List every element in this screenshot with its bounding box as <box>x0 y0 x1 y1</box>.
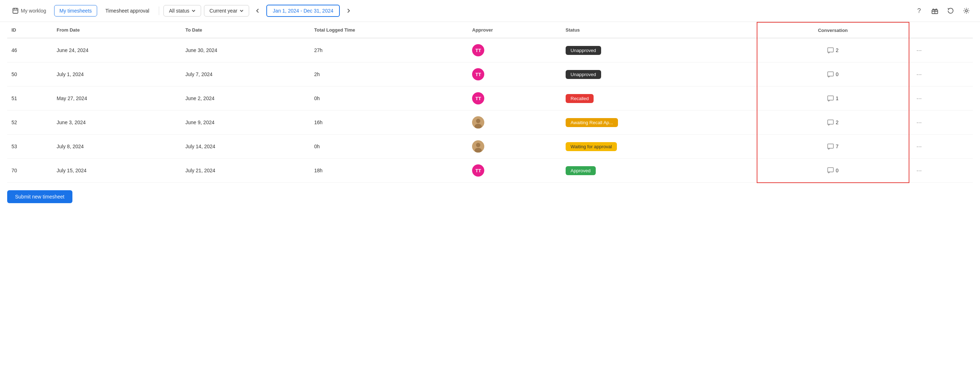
cell-to-date: July 21, 2024 <box>181 159 310 183</box>
refresh-button[interactable] <box>944 4 957 17</box>
timesheets-button[interactable]: My timesheets <box>54 5 97 16</box>
cell-status: Recalled <box>561 86 757 110</box>
cell-to-date: June 30, 2024 <box>181 38 310 62</box>
cell-to-date: June 9, 2024 <box>181 110 310 134</box>
cell-to-date: July 14, 2024 <box>181 134 310 159</box>
more-options-button[interactable]: ··· <box>914 69 925 80</box>
cell-id: 70 <box>7 159 52 183</box>
cell-status: Waiting for approval <box>561 134 757 159</box>
refresh-icon <box>947 7 954 14</box>
cell-conversation[interactable]: 0 <box>757 159 909 183</box>
cell-status: Unapproved <box>561 62 757 86</box>
chevron-down-icon <box>191 9 196 13</box>
cell-from-date: July 1, 2024 <box>52 62 181 86</box>
cell-from-date: July 8, 2024 <box>52 134 181 159</box>
table-row: 46June 24, 2024June 30, 202427hTTUnappro… <box>7 38 973 62</box>
message-icon <box>827 167 834 173</box>
more-options-button[interactable]: ··· <box>914 165 925 176</box>
svg-rect-18 <box>828 144 834 148</box>
status-badge: Approved <box>566 166 596 175</box>
toolbar: My worklog My timesheets Timesheet appro… <box>0 0 980 22</box>
approval-button[interactable]: Timesheet approval <box>100 5 154 16</box>
status-badge: Unapproved <box>566 46 601 55</box>
table-header-row: ID From Date To Date Total Logged Time A… <box>7 22 973 38</box>
avatar <box>472 140 484 153</box>
svg-rect-10 <box>828 96 834 100</box>
help-button[interactable]: ? <box>913 4 926 17</box>
cell-approver <box>468 134 561 159</box>
period-dropdown[interactable]: Current year <box>204 5 249 16</box>
conv-count: 2 <box>836 120 839 125</box>
cell-total-logged: 18h <box>310 159 468 183</box>
cell-id: 53 <box>7 134 52 159</box>
cell-approver <box>468 110 561 134</box>
cell-more-options: ··· <box>909 110 973 134</box>
cell-more-options: ··· <box>909 38 973 62</box>
worklog-button[interactable]: My worklog <box>7 5 51 16</box>
cell-approver: TT <box>468 159 561 183</box>
cell-more-options: ··· <box>909 62 973 86</box>
worklog-icon <box>12 8 19 14</box>
conv-count: 7 <box>836 144 839 149</box>
cell-total-logged: 0h <box>310 134 468 159</box>
cell-status: Approved <box>561 159 757 183</box>
avatar <box>472 116 484 128</box>
table-container: ID From Date To Date Total Logged Time A… <box>0 22 980 183</box>
col-approver: Approver <box>468 22 561 38</box>
message-icon <box>827 144 834 150</box>
cell-total-logged: 27h <box>310 38 468 62</box>
next-button[interactable] <box>343 5 354 16</box>
table-row: 52June 3, 2024June 9, 202416hAwaiting Re… <box>7 110 973 134</box>
col-id: ID <box>7 22 52 38</box>
col-actions <box>909 22 973 38</box>
gear-icon <box>963 7 970 14</box>
avatar: TT <box>472 44 484 56</box>
date-range-display: Jan 1, 2024 - Dec 31, 2024 <box>266 5 340 17</box>
cell-id: 50 <box>7 62 52 86</box>
message-icon <box>827 96 834 102</box>
chevron-right-icon <box>345 8 351 14</box>
col-total-logged: Total Logged Time <box>310 22 468 38</box>
cell-from-date: June 3, 2024 <box>52 110 181 134</box>
cell-to-date: June 2, 2024 <box>181 86 310 110</box>
more-options-button[interactable]: ··· <box>914 45 925 56</box>
avatar: TT <box>472 165 484 177</box>
chevron-left-icon <box>255 8 261 14</box>
submit-timesheet-button[interactable]: Submit new timesheet <box>7 190 72 203</box>
separator-1 <box>159 6 159 15</box>
more-options-button[interactable]: ··· <box>914 93 925 104</box>
cell-total-logged: 2h <box>310 62 468 86</box>
conv-count: 0 <box>836 168 839 173</box>
avatar: TT <box>472 92 484 104</box>
question-icon: ? <box>917 7 921 15</box>
gift-button[interactable] <box>928 4 941 17</box>
svg-rect-9 <box>828 72 834 76</box>
svg-rect-14 <box>828 120 834 124</box>
svg-point-12 <box>476 119 480 123</box>
cell-from-date: July 15, 2024 <box>52 159 181 183</box>
settings-button[interactable] <box>960 4 973 17</box>
prev-button[interactable] <box>252 5 264 16</box>
cell-conversation[interactable]: 2 <box>757 38 909 62</box>
col-to-date: To Date <box>181 22 310 38</box>
cell-status: Unapproved <box>561 38 757 62</box>
status-dropdown[interactable]: All status <box>164 5 201 16</box>
more-options-button[interactable]: ··· <box>914 141 925 152</box>
conv-count: 1 <box>836 96 839 101</box>
cell-conversation[interactable]: 1 <box>757 86 909 110</box>
cell-from-date: May 27, 2024 <box>52 86 181 110</box>
cell-conversation[interactable]: 0 <box>757 62 909 86</box>
col-status: Status <box>561 22 757 38</box>
cell-more-options: ··· <box>909 86 973 110</box>
status-badge: Awaiting Recall Ap... <box>566 118 618 127</box>
col-from-date: From Date <box>52 22 181 38</box>
chevron-down-icon-2 <box>239 9 244 13</box>
cell-more-options: ··· <box>909 134 973 159</box>
table-row: 51May 27, 2024June 2, 20240hTTRecalled1·… <box>7 86 973 110</box>
svg-point-16 <box>476 143 480 147</box>
more-options-button[interactable]: ··· <box>914 117 925 128</box>
cell-conversation[interactable]: 7 <box>757 134 909 159</box>
cell-more-options: ··· <box>909 159 973 183</box>
cell-conversation[interactable]: 2 <box>757 110 909 134</box>
avatar: TT <box>472 68 484 80</box>
